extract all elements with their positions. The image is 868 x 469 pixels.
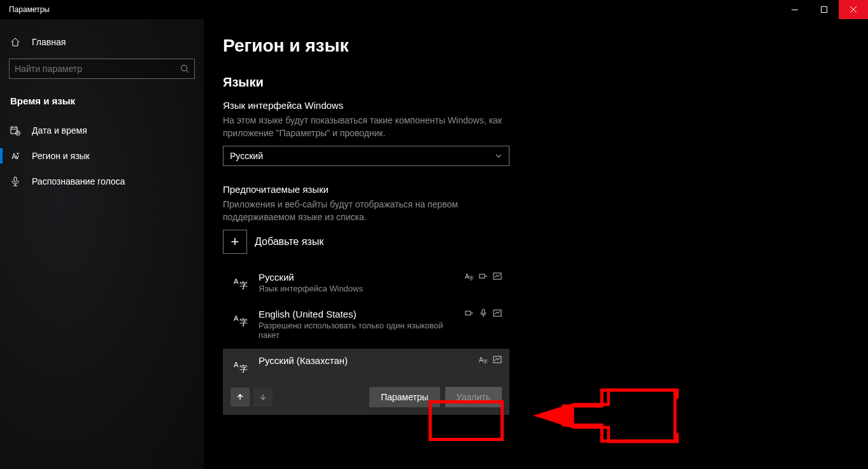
- add-language-label: Добавьте язык: [255, 236, 324, 248]
- category-title: Время и язык: [0, 90, 204, 118]
- handwriting-icon: [493, 309, 502, 318]
- preferred-languages-desc: Приложения и веб-сайты будут отображатьс…: [223, 199, 503, 223]
- language-actions: Параметры Удалить: [223, 379, 509, 415]
- language-icon: [10, 151, 20, 161]
- move-down-button[interactable]: [253, 388, 273, 407]
- language-glyph-icon: A字: [231, 273, 251, 293]
- plus-icon: +: [223, 230, 247, 254]
- sidebar-item-date-time[interactable]: Дата и время: [0, 118, 204, 143]
- home-icon: [10, 37, 20, 47]
- language-item-russian-kz[interactable]: A字 Русский (Казахстан) A字: [223, 349, 509, 377]
- language-badges: A字: [465, 272, 502, 281]
- search-icon: [180, 64, 189, 73]
- language-sub: Разрешено использовать только один языко…: [259, 321, 457, 340]
- content: Регион и язык Языки Язык интерфейса Wind…: [204, 19, 868, 469]
- chevron-down-icon: [495, 152, 502, 160]
- interface-language-desc: На этом языке будут показываться такие к…: [223, 115, 503, 139]
- sidebar-item-label: Дата и время: [32, 125, 87, 136]
- handwriting-icon: [493, 355, 502, 364]
- language-name: Русский: [259, 272, 457, 283]
- language-glyph-icon: A字: [231, 310, 251, 330]
- handwriting-icon: [493, 272, 502, 281]
- language-badges: [465, 309, 502, 318]
- svg-text:A: A: [234, 314, 239, 322]
- svg-text:字: 字: [239, 281, 248, 290]
- speech-icon: [479, 309, 488, 318]
- language-item-english-us[interactable]: A字 English (United States) Разрешено исп…: [223, 302, 509, 346]
- svg-text:字: 字: [239, 318, 248, 327]
- minimize-button[interactable]: [780, 0, 809, 19]
- svg-rect-0: [792, 10, 798, 10]
- sidebar-item-speech[interactable]: Распознавание голоса: [0, 169, 204, 194]
- annotation-arrow: [525, 384, 697, 447]
- sidebar: Главная Время и язык Дата и время Регион…: [0, 19, 204, 469]
- interface-language-dropdown[interactable]: Русский: [223, 146, 509, 166]
- move-up-button[interactable]: [231, 388, 250, 407]
- svg-rect-1: [822, 7, 827, 13]
- language-options-button[interactable]: Параметры: [369, 387, 440, 407]
- svg-rect-10: [480, 274, 485, 278]
- text-to-speech-icon: [465, 309, 474, 318]
- svg-rect-14: [466, 311, 471, 315]
- dropdown-value: Русский: [230, 151, 263, 161]
- sidebar-item-label: Распознавание голоса: [32, 176, 125, 186]
- language-item-russian[interactable]: A字 Русский Язык интерфейса Windows A字: [223, 265, 509, 300]
- section-languages: Языки: [223, 75, 694, 90]
- svg-rect-3: [11, 127, 17, 134]
- calendar-clock-icon: [10, 125, 20, 136]
- microphone-icon: [10, 176, 20, 186]
- svg-text:字: 字: [483, 359, 488, 364]
- sidebar-item-label: Регион и язык: [32, 151, 90, 161]
- svg-text:A: A: [234, 277, 239, 285]
- search-input[interactable]: [15, 64, 163, 74]
- sidebar-item-region-language[interactable]: Регион и язык: [0, 143, 204, 169]
- language-delete-button[interactable]: Удалить: [445, 387, 502, 407]
- maximize-button[interactable]: [809, 0, 839, 19]
- language-sub: Язык интерфейса Windows: [259, 284, 457, 293]
- svg-point-2: [181, 66, 187, 71]
- language-badges: A字: [479, 355, 502, 364]
- svg-text:字: 字: [469, 276, 474, 281]
- language-item-russian-kz-selected: A字 Русский (Казахстан) A字: [223, 349, 509, 415]
- display-language-icon: A字: [479, 355, 488, 364]
- svg-marker-23: [533, 406, 564, 425]
- search-box[interactable]: [9, 59, 195, 79]
- preferred-languages-heading: Предпочитаемые языки: [223, 184, 694, 195]
- language-name: Русский (Казахстан): [259, 355, 471, 366]
- page-title: Регион и язык: [223, 36, 694, 56]
- add-language-button[interactable]: + Добавьте язык: [223, 230, 694, 254]
- language-glyph-icon: A字: [231, 356, 251, 377]
- svg-text:A: A: [234, 361, 239, 368]
- svg-text:字: 字: [239, 364, 248, 374]
- language-name: English (United States): [259, 309, 457, 319]
- svg-rect-15: [482, 309, 485, 314]
- interface-language-heading: Язык интерфейса Windows: [223, 100, 694, 111]
- text-to-speech-icon: [479, 272, 488, 281]
- close-button[interactable]: [839, 0, 868, 19]
- titlebar: Параметры: [0, 0, 868, 19]
- home-button[interactable]: Главная: [0, 31, 204, 53]
- window-controls: [780, 0, 868, 19]
- svg-rect-5: [14, 177, 17, 182]
- home-label: Главная: [32, 37, 66, 47]
- window-title: Параметры: [0, 5, 50, 14]
- display-language-icon: A字: [465, 272, 474, 281]
